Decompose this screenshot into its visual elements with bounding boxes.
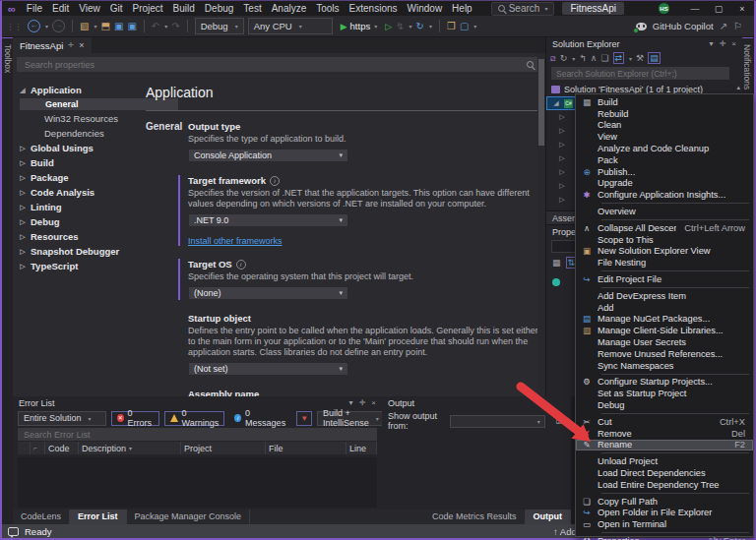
context-menu-item-publish[interactable]: ⊕Publish... bbox=[576, 166, 753, 178]
context-menu-item-configure-application-insights[interactable]: ✱Configure Application Insights... bbox=[576, 189, 753, 201]
menu-debug[interactable]: Debug bbox=[200, 3, 238, 14]
context-menu-item-load-direct-dependencies[interactable]: Load Direct Dependencies bbox=[576, 467, 753, 479]
menu-window[interactable]: Window bbox=[403, 3, 448, 14]
error-list-search-input[interactable] bbox=[18, 428, 377, 441]
menu-test[interactable]: Test bbox=[238, 3, 266, 14]
menu-extensions[interactable]: Extensions bbox=[345, 3, 403, 14]
errors-toggle[interactable]: ✕ 0 Errors bbox=[111, 411, 159, 426]
properties-search-input[interactable] bbox=[17, 57, 538, 72]
context-menu-item-file-nesting[interactable]: File Nesting bbox=[576, 257, 753, 269]
menu-file[interactable]: File bbox=[22, 3, 47, 14]
menu-git[interactable]: Git bbox=[105, 3, 128, 14]
nav-item-debug[interactable]: ▷Debug bbox=[19, 214, 131, 229]
solution-platforms-dropdown[interactable]: Any CPU▾ bbox=[248, 18, 333, 34]
nav-item-win32-resources[interactable]: Win32 Resources bbox=[19, 111, 131, 126]
start-debugging-button[interactable]: ▶ https ▾ bbox=[337, 21, 382, 31]
nav-item-build[interactable]: ▷Build bbox=[19, 155, 131, 170]
context-menu-item-open-folder-in-file-explorer[interactable]: ↪Open Folder in File Explorer bbox=[576, 508, 753, 519]
save-all-icon[interactable]: ▣ bbox=[127, 21, 136, 31]
nav-item-package[interactable]: ▷Package bbox=[19, 170, 131, 185]
error-source-dropdown[interactable]: Build + IntelliSense▾ bbox=[317, 411, 385, 426]
source-control-add-label[interactable]: ↑ Add bbox=[553, 526, 577, 537]
new-project-icon[interactable]: ▧ bbox=[80, 21, 89, 31]
context-menu-item-properties[interactable]: ⚒PropertiesAlt+Enter bbox=[576, 535, 753, 540]
column-header-project[interactable]: Project bbox=[181, 442, 266, 454]
open-folder-icon[interactable]: ⬒ bbox=[100, 21, 109, 31]
context-menu-item-overview[interactable]: Overview bbox=[576, 206, 753, 217]
pin-icon[interactable]: ✛ bbox=[359, 398, 366, 407]
column-header-file[interactable]: File bbox=[266, 442, 346, 454]
nav-item-resources[interactable]: ▷Resources bbox=[19, 229, 131, 244]
minimize-button[interactable]: — bbox=[683, 1, 707, 16]
context-menu-item-set-as-startup-project[interactable]: Set as Startup Project bbox=[576, 388, 753, 399]
context-menu-item-remove[interactable]: ✗RemoveDel bbox=[576, 428, 753, 440]
context-menu-item-new-solution-explorer-view[interactable]: ▣New Solution Explorer View bbox=[576, 246, 753, 258]
start-without-debugging-icon[interactable]: ▷ bbox=[385, 22, 392, 31]
feedback-flag-icon[interactable]: ⚐ bbox=[733, 21, 742, 31]
bottom-tab-package-manager-console[interactable]: Package Manager Console bbox=[127, 510, 251, 524]
menu-build[interactable]: Build bbox=[168, 3, 200, 14]
filter-button[interactable]: ▼ bbox=[296, 411, 312, 426]
context-menu-item-rebuild[interactable]: Rebuild bbox=[576, 108, 753, 120]
column-header-code[interactable]: Code bbox=[45, 442, 79, 454]
scroll-up-icon[interactable]: ▴ bbox=[736, 84, 740, 91]
context-menu-item-collapse-all-descendants[interactable]: ∧Collapse All DescendantsCtrl+Left Arrow bbox=[576, 222, 753, 234]
find-in-files-icon[interactable]: ❒ bbox=[447, 21, 456, 31]
redo-icon[interactable]: ↷ bbox=[171, 21, 179, 31]
menu-tools[interactable]: Tools bbox=[311, 3, 344, 14]
bottom-tab-code-metrics-results[interactable]: Code Metrics Results bbox=[424, 510, 526, 524]
feedback-bubble-icon[interactable] bbox=[8, 527, 19, 536]
github-copilot-icon[interactable] bbox=[636, 23, 647, 30]
undo-icon[interactable]: ↶ bbox=[152, 21, 159, 31]
context-menu-item-build[interactable]: ▦Build bbox=[576, 96, 753, 108]
switch-views-icon[interactable]: ⧄ bbox=[550, 53, 556, 64]
close-icon[interactable]: × bbox=[731, 39, 736, 48]
pin-icon[interactable]: ✛ bbox=[68, 41, 74, 49]
context-menu-item-open-in-terminal[interactable]: ▭Open in Terminal bbox=[576, 518, 753, 530]
toolbar-overflow-icon[interactable]: ▾ bbox=[473, 23, 476, 30]
context-menu-item-remove-unused-references[interactable]: Remove Unused References... bbox=[576, 348, 753, 360]
sync-with-active-document-icon[interactable]: ⇄ bbox=[613, 52, 625, 64]
chevron-down-icon[interactable]: ▾ bbox=[710, 39, 714, 48]
context-menu-item-add[interactable]: Add bbox=[576, 302, 753, 314]
context-menu-item-pack[interactable]: Pack bbox=[576, 154, 753, 166]
properties-wrench-icon[interactable]: ⚒ bbox=[636, 53, 644, 63]
context-menu-item-load-entire-dependency-tree[interactable]: Load Entire Dependency Tree bbox=[576, 479, 753, 491]
maximize-button[interactable]: ▢ bbox=[707, 1, 730, 16]
save-icon[interactable]: ▣ bbox=[114, 21, 123, 31]
column-header-description[interactable]: Description▾ bbox=[79, 442, 181, 454]
context-menu-item-debug[interactable]: Debug bbox=[576, 399, 753, 411]
share-icon[interactable]: ↗ bbox=[720, 21, 727, 31]
restart-icon[interactable]: ↻ bbox=[416, 21, 424, 31]
navigate-back-icon[interactable]: ← bbox=[28, 20, 40, 32]
document-tab[interactable]: FitnessApi ✛ × bbox=[13, 37, 92, 53]
context-menu-item-manage-user-secrets[interactable]: Manage User Secrets bbox=[576, 336, 753, 348]
menu-help[interactable]: Help bbox=[447, 3, 477, 14]
nav-item-dependencies[interactable]: Dependencies bbox=[19, 126, 131, 141]
close-icon[interactable]: × bbox=[371, 398, 376, 407]
menu-edit[interactable]: Edit bbox=[47, 3, 74, 14]
refresh-icon[interactable]: ↻ bbox=[560, 53, 568, 63]
context-menu-item-rename[interactable]: ✎RenameF2 bbox=[576, 440, 753, 451]
target-os-select[interactable]: (None)▾ bbox=[188, 286, 348, 300]
menu-view[interactable]: View bbox=[74, 3, 105, 14]
context-menu-item-manage-client-side-libraries[interactable]: ▥Manage Client-Side Libraries... bbox=[576, 325, 753, 336]
nav-item-code-analysis[interactable]: ▷Code Analysis bbox=[19, 185, 131, 200]
nav-item-snapshot-debugger[interactable]: ▷Snapshot Debugger bbox=[19, 244, 131, 259]
copilot-label[interactable]: GitHub Copilot bbox=[653, 21, 714, 31]
bottom-tab-output[interactable]: Output bbox=[526, 510, 572, 524]
output-type-select[interactable]: Console Application▾ bbox=[188, 149, 348, 162]
navigate-forward-icon[interactable]: → bbox=[52, 20, 65, 32]
menu-project[interactable]: Project bbox=[127, 3, 167, 14]
close-button[interactable]: × bbox=[730, 1, 754, 16]
context-menu-item-view[interactable]: View bbox=[576, 131, 753, 143]
nav-item-linting[interactable]: ▷Linting bbox=[19, 200, 131, 214]
clear-output-icon[interactable]: ⌧ bbox=[556, 417, 565, 426]
categorized-icon[interactable]: ▦ bbox=[552, 258, 561, 268]
context-menu-item-manage-nuget-packages[interactable]: ▤Manage NuGet Packages... bbox=[576, 314, 753, 326]
error-scope-dropdown[interactable]: Entire Solution▾ bbox=[18, 411, 106, 426]
avatar[interactable]: HS bbox=[659, 3, 669, 14]
context-menu-item-sync-namespaces[interactable]: Sync Namespaces bbox=[576, 360, 753, 372]
context-menu-item-analyze-and-code-cleanup[interactable]: Analyze and Code Cleanup bbox=[576, 143, 753, 154]
nav-item-global-usings[interactable]: ▷Global Usings bbox=[19, 141, 131, 155]
